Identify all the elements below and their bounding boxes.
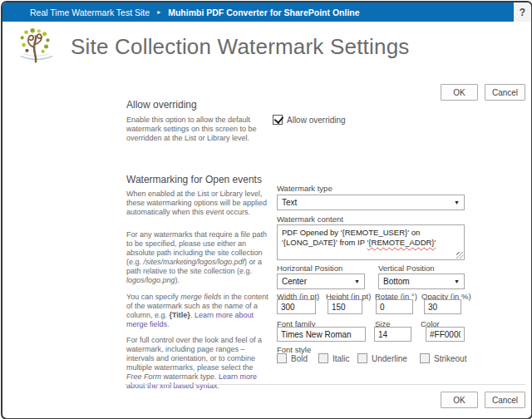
height-input[interactable] — [328, 299, 362, 314]
open-events-p4-free-form: Free Form — [126, 372, 161, 381]
italic-field: Italic — [318, 353, 350, 363]
page-title: Site Collection Watermark Settings — [71, 34, 410, 60]
watermark-content-label: Watermark content — [277, 214, 343, 224]
underline-checkbox[interactable] — [357, 353, 367, 363]
color-input[interactable] — [426, 327, 465, 342]
watermark-content-remote-addr: '{REMOTE_ADDR}' — [367, 238, 436, 247]
breadcrumb-separator-icon: ▸ — [157, 8, 160, 16]
allow-overriding-checkbox[interactable] — [273, 115, 283, 125]
width-input[interactable] — [277, 299, 316, 314]
tree-logo-icon — [16, 27, 57, 68]
ok-button-bottom[interactable]: OK — [441, 392, 478, 408]
override-section-description: Enable this option to allow the default … — [126, 116, 269, 143]
horizontal-position-label: Horizontal Position — [277, 264, 342, 273]
open-events-p2-path1: /sites/marketing/logos/logo.pdf — [144, 258, 245, 266]
vertical-position-label: Vertical Position — [378, 264, 435, 273]
suite-bar: Real Time Watermark Test Site ▸ Muhimbi … — [2, 2, 531, 22]
breadcrumb: Real Time Watermark Test Site ▸ Muhimbi … — [2, 7, 360, 17]
horizontal-position-value: Center — [282, 277, 307, 286]
watermark-type-select[interactable]: Text ▼ — [277, 195, 465, 210]
open-events-paragraph-1: When enabled at the List or Library leve… — [126, 190, 269, 217]
vertical-position-select[interactable]: Bottom ▼ — [378, 274, 465, 289]
chevron-down-icon: ▼ — [454, 200, 460, 205]
chevron-down-icon: ▼ — [354, 279, 360, 284]
breadcrumb-app[interactable]: Muhimbi PDF Converter for SharePoint Onl… — [168, 7, 359, 17]
override-section-heading: Allow overriding — [126, 99, 197, 111]
open-events-p4-text: For full control over the look and feel … — [126, 336, 262, 372]
size-input[interactable] — [374, 327, 411, 342]
underline-field: Underline — [357, 353, 407, 363]
open-events-p3-text: You can specify — [126, 293, 180, 301]
allow-overriding-field: Allow overriding — [273, 115, 346, 125]
vertical-position-value: Bottom — [383, 277, 410, 286]
breadcrumb-site[interactable]: Real Time Watermark Test Site — [30, 7, 150, 17]
horizontal-position-select[interactable]: Center ▼ — [277, 274, 365, 289]
opacity-input[interactable] — [424, 299, 461, 314]
open-events-paragraph-3: You can specify merge fields in the cont… — [126, 293, 269, 329]
open-events-p2-path2: logos/logo.png — [126, 276, 175, 284]
bold-checkbox[interactable] — [277, 353, 287, 363]
help-button[interactable]: ? — [514, 2, 531, 22]
allow-overriding-label: Allow overriding — [287, 116, 346, 125]
open-events-p4-text2: watermark type. — [161, 372, 219, 381]
italic-checkbox[interactable] — [318, 353, 328, 363]
watermark-type-value: Text — [282, 198, 297, 207]
cancel-button-bottom[interactable]: Cancel — [485, 392, 525, 408]
open-events-p2-text3: ). — [175, 276, 180, 284]
open-events-section-heading: Watermarking for Open events — [126, 174, 262, 185]
cancel-button-top[interactable]: Cancel — [485, 84, 525, 101]
ok-button-top[interactable]: OK — [441, 84, 478, 101]
open-events-p3-title-token: {Title} — [170, 311, 190, 319]
open-events-paragraph-2: For any watermarks that require a file p… — [126, 230, 269, 285]
app-window: Real Time Watermark Test Site ▸ Muhimbi … — [1, 1, 532, 419]
strikeout-checkbox[interactable] — [420, 353, 430, 363]
open-events-p3-merge-fields: merge fields — [180, 293, 221, 301]
bold-label: Bold — [291, 354, 308, 363]
rotate-input[interactable] — [376, 299, 413, 314]
underline-label: Underline — [372, 354, 407, 363]
open-events-paragraph-4: For full control over the look and feel … — [126, 336, 269, 391]
watermark-content-textarea[interactable]: PDF Opened by '{REMOTE_USER}' on '{LONG_… — [277, 224, 465, 260]
open-events-p1-text: When enabled at the List or Library leve… — [126, 190, 267, 216]
italic-label: Italic — [332, 354, 350, 363]
watermark-type-label: Watermark type — [277, 184, 332, 193]
bottom-divider — [125, 384, 525, 385]
strikeout-label: Strikeout — [434, 354, 466, 363]
chevron-down-icon: ▼ — [454, 279, 460, 284]
site-logo — [16, 27, 57, 71]
font-family-input[interactable] — [277, 327, 366, 342]
bold-field: Bold — [277, 353, 308, 363]
strikeout-field: Strikeout — [420, 353, 466, 363]
